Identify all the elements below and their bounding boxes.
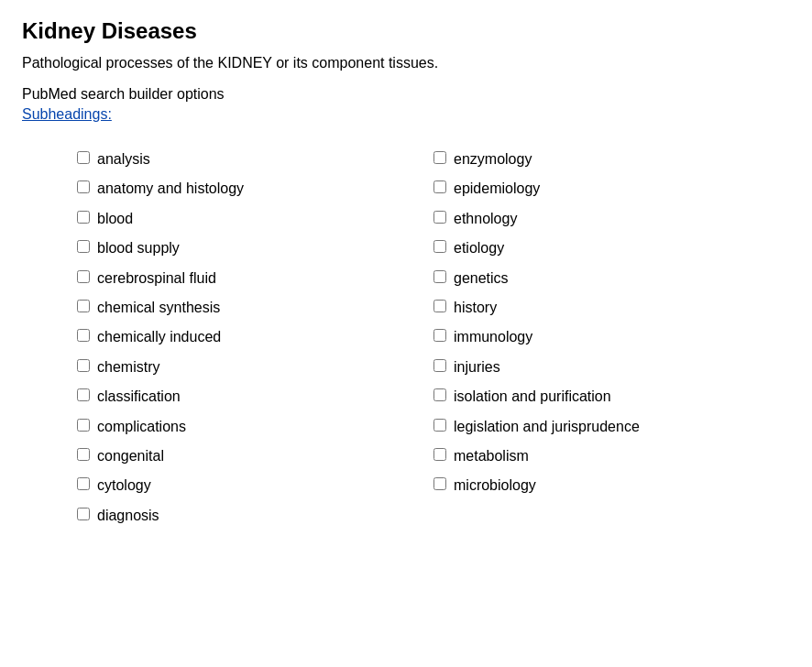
description: Pathological processes of the KIDNEY or … [22,55,790,71]
label-chemical_synthesis: chemical synthesis [97,298,220,318]
checkbox-injuries[interactable] [433,359,446,372]
checkbox-microbiology[interactable] [433,477,446,490]
label-analysis: analysis [97,149,150,169]
label-anatomy_histology: anatomy and histology [97,179,244,199]
page-title: Kidney Diseases [22,18,790,44]
checkbox-diagnosis[interactable] [77,508,90,520]
list-item: blood supply [77,234,433,263]
checkbox-enzymology[interactable] [433,151,446,164]
list-item: cytology [77,471,433,500]
label-epidemiology: epidemiology [454,179,540,199]
list-item: blood [77,204,433,234]
checkbox-ethnology[interactable] [433,211,446,224]
checkbox-etiology[interactable] [433,240,446,253]
checkbox-epidemiology[interactable] [433,180,446,193]
list-item: legislation and jurisprudence [433,412,790,442]
label-chemistry: chemistry [97,357,159,377]
checkbox-congenital[interactable] [77,448,90,461]
list-item: isolation and purification [433,382,790,411]
list-item: complications [77,412,433,442]
list-item: microbiology [433,471,790,500]
list-item: chemical synthesis [77,293,433,323]
checkbox-cytology[interactable] [77,477,90,490]
label-genetics: genetics [454,268,509,289]
label-blood: blood [97,209,133,229]
pubmed-search-label: PubMed search builder options [22,86,790,103]
label-blood_supply: blood supply [97,238,180,258]
list-item: chemically induced [77,323,433,352]
label-congenital: congenital [97,446,164,466]
checkbox-isolation_purification[interactable] [433,388,446,401]
checkbox-metabolism[interactable] [433,448,446,461]
list-item: history [433,293,790,323]
checkbox-classification[interactable] [77,388,90,401]
list-item: genetics [433,264,790,293]
label-injuries: injuries [454,357,500,377]
checkbox-chemical_synthesis[interactable] [77,300,90,312]
list-item: diagnosis [77,501,433,530]
checkbox-cerebrospinal_fluid[interactable] [77,270,90,283]
label-chemically_induced: chemically induced [97,327,221,347]
list-item: epidemiology [433,174,790,203]
label-immunology: immunology [454,327,532,347]
right-column: enzymologyepidemiologyethnologyetiologyg… [433,145,790,530]
list-item: chemistry [77,353,433,382]
list-item: immunology [433,323,790,352]
checkbox-complications[interactable] [77,419,90,432]
label-isolation_purification: isolation and purification [454,387,611,407]
list-item: enzymology [433,145,790,174]
label-etiology: etiology [454,238,504,258]
checkbox-immunology[interactable] [433,329,446,342]
checkbox-legislation_jurisprudence[interactable] [433,419,446,432]
checkbox-chemistry[interactable] [77,359,90,372]
checkbox-anatomy_histology[interactable] [77,180,90,193]
list-item: congenital [77,442,433,471]
label-complications: complications [97,417,186,437]
label-classification: classification [97,387,181,407]
list-item: etiology [433,234,790,263]
label-metabolism: metabolism [454,446,529,466]
list-item: analysis [77,145,433,174]
checkbox-blood[interactable] [77,211,90,224]
checkbox-blood_supply[interactable] [77,240,90,253]
list-item: cerebrospinal fluid [77,264,433,293]
label-microbiology: microbiology [454,476,536,496]
checkbox-history[interactable] [433,300,446,312]
checkboxes-grid: analysisanatomy and histologybloodblood … [22,145,790,530]
label-legislation_jurisprudence: legislation and jurisprudence [454,417,640,437]
label-enzymology: enzymology [454,149,532,169]
left-column: analysisanatomy and histologybloodblood … [77,145,433,530]
label-diagnosis: diagnosis [97,506,159,526]
checkbox-genetics[interactable] [433,270,446,283]
list-item: anatomy and histology [77,174,433,203]
list-item: ethnology [433,204,790,234]
list-item: metabolism [433,442,790,471]
subheadings-link[interactable]: Subheadings: [22,106,112,123]
label-cerebrospinal_fluid: cerebrospinal fluid [97,268,216,289]
label-ethnology: ethnology [454,209,517,229]
list-item: classification [77,382,433,411]
label-cytology: cytology [97,476,151,496]
label-history: history [454,298,497,318]
checkbox-analysis[interactable] [77,151,90,164]
list-item: injuries [433,353,790,382]
checkbox-chemically_induced[interactable] [77,329,90,342]
